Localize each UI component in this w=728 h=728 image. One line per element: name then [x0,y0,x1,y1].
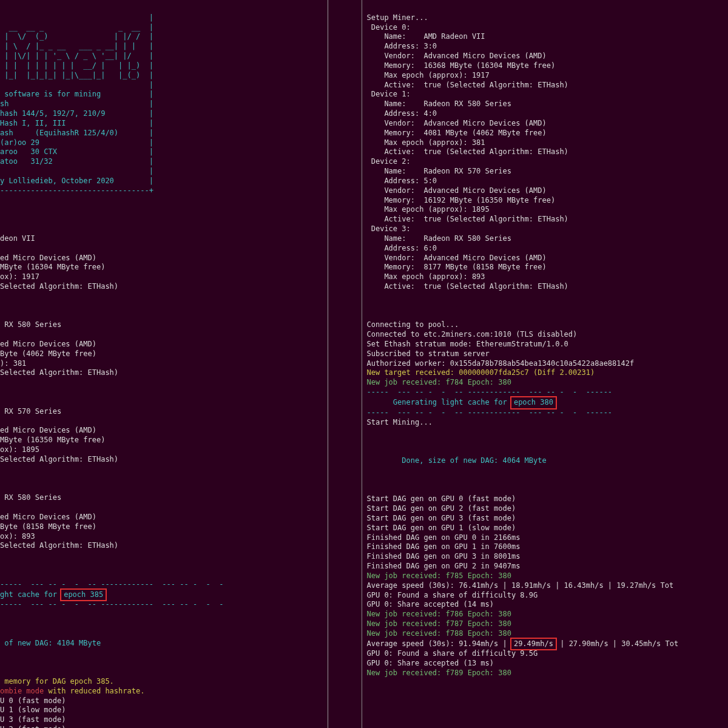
avg2b-right: | 27.90mh/s | 30.45mh/s Tot [556,639,678,648]
r-d0: Device 0: Name: AMD Radeon VII Address: … [367,23,568,89]
epoch-385-highlight: epoch 385 [61,590,106,601]
dev0-block: deon VII ed Micro Devices (AMD) MByte (1… [0,234,118,291]
r-sep: ----- --- -- - - -- ------------ --- -- … [367,388,613,396]
dev1-block: RX 580 Series ed Micro Devices (AMD) Byt… [0,320,118,377]
zombie-mode: ombie mode [0,687,44,695]
r-d3: Device 3: Name: Radeon RX 580 Series Add… [367,224,568,291]
dev3-block: RX 580 Series ed Micro Devices (AMD) Byt… [0,493,118,550]
avg2a-right: Average speed (30s): 91.94mh/s | [367,639,511,648]
dev2-block: RX 570 Series ed Micro Devices (AMD) MBy… [0,407,118,463]
share-found-2: GPU 0: Found a share of difficulty 9.5G [367,649,538,658]
dag-gen-right: Start DAG gen on GPU 0 (fast mode) Start… [367,494,521,570]
r-sep2: ----- --- -- - - -- ------------ --- -- … [367,408,613,417]
job-f788: New job received: f788 Epoch: 380 [367,629,511,638]
gen-cache-pre: ght cache for [0,590,61,599]
zombie-suffix: with reduced hashrate. [44,687,144,695]
left-sep2: ----- --- -- - - -- ------------ --- -- … [0,600,223,608]
dag-done-right: Done, size of new DAG: 4064 MByte [367,456,547,465]
pool-block: Connecting to pool... Connected to etc.2… [367,320,635,367]
mem-warning: memory for DAG epoch 385. [0,677,114,686]
job-f785: New job received: f785 Epoch: 380 [367,571,511,580]
job-f787: New job received: f787 Epoch: 380 [367,619,511,628]
new-target: New target received: 000000007fda25c7 (D… [367,368,595,377]
job-f784: New job received: f784 Epoch: 380 [367,378,511,386]
job-f789: New job received: f789 Epoch: 380 [367,669,511,677]
terminal-left[interactable]: | __ __ _ _ __ | | \/ (_) | |/ / | | \ /… [0,0,362,728]
gen-cache-right-pre: Generating light cache for [367,398,511,406]
r-d1: Device 1: Name: Radeon RX 580 Series Add… [367,90,568,156]
epoch-380-highlight: epoch 380 [511,397,556,408]
setup-line: Setup Miner... [367,13,428,22]
share-found-1: GPU 0: Found a share of difficulty 8.9G [367,591,538,599]
dag-done-left: of new DAG: 4104 MByte [0,639,101,647]
dag-gen-left: U 0 (fast mode) U 1 (slow mode) U 3 (fas… [0,696,70,728]
ascii-banner: | __ __ _ _ __ | | \/ (_) | |/ / | | \ /… [0,13,153,195]
share-accepted-2: GPU 0: Share accepted (13 ms) [367,659,494,667]
r-d2: Device 2: Name: Radeon RX 570 Series Add… [367,157,568,223]
start-mining: Start Mining... [367,418,433,426]
job-f786: New job received: f786 Epoch: 380 [367,610,511,618]
pane-divider[interactable] [328,0,328,728]
left-sep: ----- --- -- - - -- ------------ --- -- … [0,580,223,588]
avg1-right: Average speed (30s): 76.41mh/s | 18.91mh… [367,581,674,590]
hashrate-29-highlight: 29.49mh/s [511,639,556,650]
terminal-screen: | __ __ _ _ __ | | \/ (_) | |/ / | | \ /… [0,0,728,728]
share-accepted-1: GPU 0: Share accepted (14 ms) [367,600,494,608]
terminal-right[interactable]: Setup Miner... Device 0: Name: AMD Radeo… [362,0,729,728]
